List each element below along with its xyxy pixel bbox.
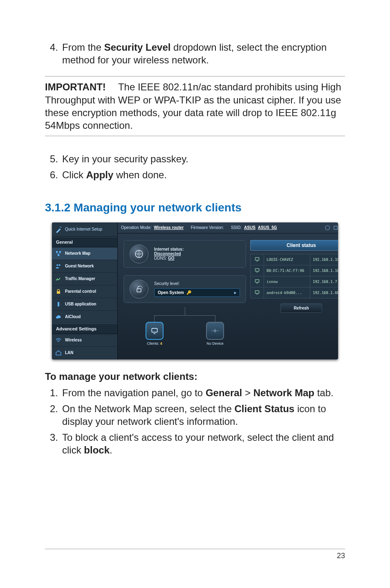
plug-icon xyxy=(211,327,219,335)
client-status-title: Client status xyxy=(250,240,338,251)
svg-rect-13 xyxy=(137,289,141,292)
svg-rect-18 xyxy=(255,290,259,293)
step-bold: block xyxy=(84,444,110,456)
unlock-icon xyxy=(130,280,148,298)
svg-point-9 xyxy=(325,225,330,230)
svg-rect-7 xyxy=(57,291,60,294)
wand-icon xyxy=(55,226,63,233)
sidebar-item-label: LAN xyxy=(65,350,74,355)
usb-icon xyxy=(55,301,62,307)
internet-status-value: Disconnected xyxy=(154,251,184,256)
client-table: LOUIE-CHAVEZ192.168.1.197B0:EC:71:AC:F7:… xyxy=(250,254,338,298)
step-6: 6. Click Apply when done. xyxy=(45,168,345,181)
table-row[interactable]: B0:EC:71:AC:F7:96192.168.1.189 xyxy=(251,265,338,276)
client-name: LOUIE-CHAVEZ xyxy=(264,254,310,265)
topbar-icon[interactable] xyxy=(325,225,330,231)
page-number: 23 xyxy=(337,552,345,560)
step-text: Click xyxy=(62,169,86,180)
sidebar-item-lan[interactable]: LAN xyxy=(52,347,117,359)
op-mode-link[interactable]: Wireless router xyxy=(154,225,184,230)
table-row[interactable]: isnow192.168.1.7 xyxy=(251,276,338,287)
internet-status-text: Internet status: Disconnected DDNS: GO xyxy=(154,247,184,260)
step-c2: 2. On the Network Map screen, select the… xyxy=(45,402,345,428)
client-name: isnow xyxy=(264,276,310,287)
step-body: From the navigation panel, go to General… xyxy=(62,386,345,399)
step-text: . xyxy=(110,444,112,456)
ddns-link[interactable]: GO xyxy=(168,256,175,260)
router-screenshot: Quick Internet Setup General Network Map… xyxy=(52,222,338,359)
step-number: 2. xyxy=(45,402,62,428)
sidebar-item-networkmap[interactable]: Network Map xyxy=(52,247,117,260)
section-heading: 3.1.2 Managing your network clients xyxy=(45,201,345,214)
client-icon xyxy=(251,276,264,287)
internet-status-panel[interactable]: Internet status: Disconnected DDNS: GO xyxy=(123,240,246,268)
svg-rect-2 xyxy=(56,251,58,253)
sidebar-item-traffic[interactable]: Traffic Manager xyxy=(52,273,117,285)
sidebar-item-qis[interactable]: Quick Internet Setup xyxy=(52,222,117,237)
sidebar-item-label: Quick Internet Setup xyxy=(65,227,102,231)
svg-point-1 xyxy=(60,226,61,227)
svg-rect-14 xyxy=(152,328,157,332)
client-name: B0:EC:71:AC:F7:96 xyxy=(264,265,310,276)
step-list-c: 1. From the navigation panel, go to Gene… xyxy=(45,386,345,457)
sidebar-item-label: Wireless xyxy=(65,338,82,342)
security-panel[interactable]: Security level: Open System 🔑 ▸ xyxy=(123,275,246,303)
sidebar-category-advanced: Advanced Settings xyxy=(52,323,117,334)
sidebar-item-parental[interactable]: Parental control xyxy=(52,285,117,298)
network-icon xyxy=(55,250,62,257)
sidebar: Quick Internet Setup General Network Map… xyxy=(52,222,118,359)
step-number: 1. xyxy=(45,386,62,399)
ssid-link-1[interactable]: ASUS xyxy=(244,225,256,230)
ddns-line: DDNS: GO xyxy=(154,256,184,260)
step-body: On the Network Map screen, select the Cl… xyxy=(62,402,345,428)
topology-tree: Clients: 4 No Device xyxy=(130,310,240,347)
ddns-label: DDNS: xyxy=(154,256,168,260)
step-body: To block a client's access to your netwo… xyxy=(62,431,345,456)
security-text: Security level: Open System 🔑 ▸ xyxy=(154,281,240,297)
sidebar-item-label: AiCloud xyxy=(65,314,81,319)
internet-status-label: Internet status: xyxy=(154,247,184,251)
people-icon xyxy=(55,263,62,269)
svg-rect-4 xyxy=(58,254,59,256)
table-row[interactable]: android-b9d80...192.168.1.60 xyxy=(251,287,338,298)
topbar: Operation Mode: Wireless router Firmware… xyxy=(118,222,338,233)
step-body: Click Apply when done. xyxy=(62,168,345,181)
step-body: From the Security Level dropdown list, s… xyxy=(62,41,345,66)
sidebar-item-label: Guest Network xyxy=(65,264,94,268)
lock-icon xyxy=(55,288,62,295)
step-body: Key in your security passkey. xyxy=(62,153,345,165)
step-c3: 3. To block a client's access to your ne… xyxy=(45,431,345,456)
client-ip: 192.168.1.60 xyxy=(310,287,338,298)
sidebar-item-aicloud[interactable]: AiCloud xyxy=(52,311,117,323)
step-number: 3. xyxy=(45,431,62,456)
sidebar-item-wireless[interactable]: Wireless xyxy=(52,334,117,347)
topbar-icon[interactable] xyxy=(333,225,338,231)
step-list-a: 4. From the Security Level dropdown list… xyxy=(45,41,345,66)
sidebar-item-usb[interactable]: USB application xyxy=(52,298,117,311)
security-value: Open System xyxy=(158,290,184,295)
important-label: IMPORTANT! xyxy=(45,81,106,92)
security-label: Security level: xyxy=(154,281,240,286)
svg-point-5 xyxy=(56,264,58,266)
step-text: On the Network Map screen, select the xyxy=(62,403,235,414)
op-mode-label: Operation Mode: xyxy=(121,225,152,230)
step-text: when done. xyxy=(113,169,167,180)
step-text: From the xyxy=(62,42,104,53)
table-row[interactable]: LOUIE-CHAVEZ192.168.1.197 xyxy=(251,254,338,265)
clients-node[interactable]: Clients: 4 xyxy=(145,322,164,346)
fw-label: Firmware Version: xyxy=(191,225,224,230)
step-bold: Apply xyxy=(86,169,114,180)
svg-rect-16 xyxy=(255,268,259,271)
sidebar-category-general: General xyxy=(52,237,117,247)
usb-node[interactable]: No Device xyxy=(206,322,224,346)
step-number: 4. xyxy=(45,41,62,66)
ssid-link-2[interactable]: ASUS_5G xyxy=(258,225,277,230)
step-number: 5. xyxy=(45,153,62,165)
clients-label: Clients: 4 xyxy=(145,341,164,346)
sidebar-item-guest[interactable]: Guest Network xyxy=(52,260,117,273)
step-bold: Security Level xyxy=(104,42,171,53)
security-select[interactable]: Open System 🔑 ▸ xyxy=(154,288,240,297)
sidebar-item-label: Network Map xyxy=(65,251,90,256)
client-ip: 192.168.1.197 xyxy=(310,254,338,265)
refresh-button[interactable]: Refresh xyxy=(280,303,322,313)
